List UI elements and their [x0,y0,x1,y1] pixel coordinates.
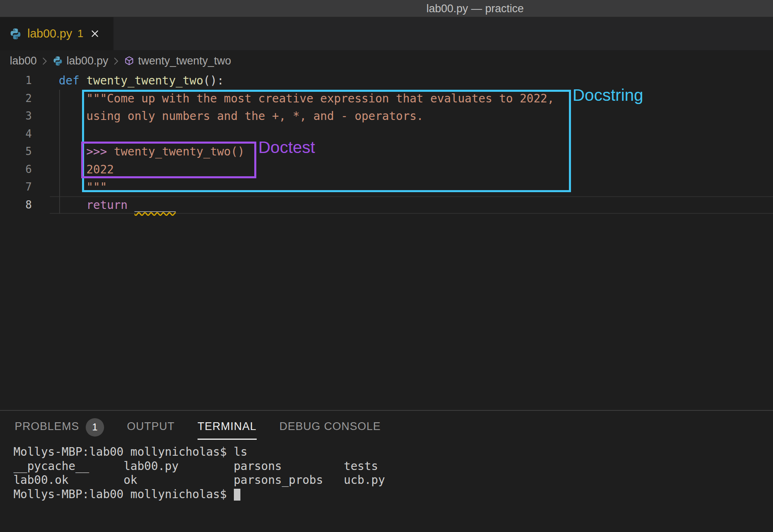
line-number: 4 [0,125,32,143]
tab-filename: lab00.py [27,27,72,40]
line-number: 1 [0,72,32,90]
terminal-cursor [234,489,240,501]
line-number: 3 [0,107,32,125]
code-line: 8 return ______ [0,196,773,214]
problems-count-badge: 1 [86,418,104,437]
chevron-right-icon [111,56,121,66]
breadcrumb: lab00 lab00.py twenty_twenty_two [0,50,773,72]
chevron-right-icon [39,56,50,66]
python-file-icon [9,27,22,40]
docstring-annotation-label: Docstring [573,86,643,105]
window-titlebar: lab00.py — practice [0,0,773,17]
panel-tab-bar: PROBLEMS 1 OUTPUT TERMINAL DEBUG CONSOLE [0,411,773,443]
line-number: 7 [0,178,32,196]
window-title: lab00.py — practice [426,0,524,17]
editor-tab-bar: lab00.py 1 [0,17,773,50]
breadcrumb-item-symbol[interactable]: twenty_twenty_two [138,55,231,67]
line-number: 8 [0,196,32,214]
breadcrumb-item-file[interactable]: lab00.py [67,55,108,67]
tab-output[interactable]: OUTPUT [127,417,175,437]
tab-debug-console[interactable]: DEBUG CONSOLE [280,417,381,437]
code-line: 1def twenty_twenty_two(): [0,72,773,90]
tab-warning-count: 1 [78,27,83,40]
code-editor[interactable]: 1def twenty_twenty_two():2 """Come up wi… [0,72,773,410]
tab-lab00-py[interactable]: lab00.py 1 [0,17,113,50]
terminal-line: __pycache__ lab00.py parsons tests [13,459,773,474]
line-number: 2 [0,90,32,108]
bottom-panel: PROBLEMS 1 OUTPUT TERMINAL DEBUG CONSOLE… [0,410,773,532]
terminal[interactable]: Mollys-MBP:lab00 mollynicholas$ ls__pyca… [13,445,773,532]
tab-terminal[interactable]: TERMINAL [198,417,257,437]
python-file-icon [52,55,63,66]
breadcrumb-item-folder[interactable]: lab00 [10,55,37,67]
symbol-cube-icon [124,55,135,66]
doctest-annotation-label: Doctest [258,138,315,157]
close-icon[interactable] [89,28,100,39]
terminal-line: Mollys-MBP:lab00 mollynicholas$ ls [13,445,773,459]
doctest-annotation-box [81,142,256,178]
terminal-line: lab00.ok ok parsons_probs ucb.py [13,473,773,488]
line-number: 6 [0,161,32,179]
tab-problems[interactable]: PROBLEMS 1 [15,417,104,437]
line-number: 5 [0,143,32,161]
terminal-line: Mollys-MBP:lab00 mollynicholas$ [13,488,773,502]
